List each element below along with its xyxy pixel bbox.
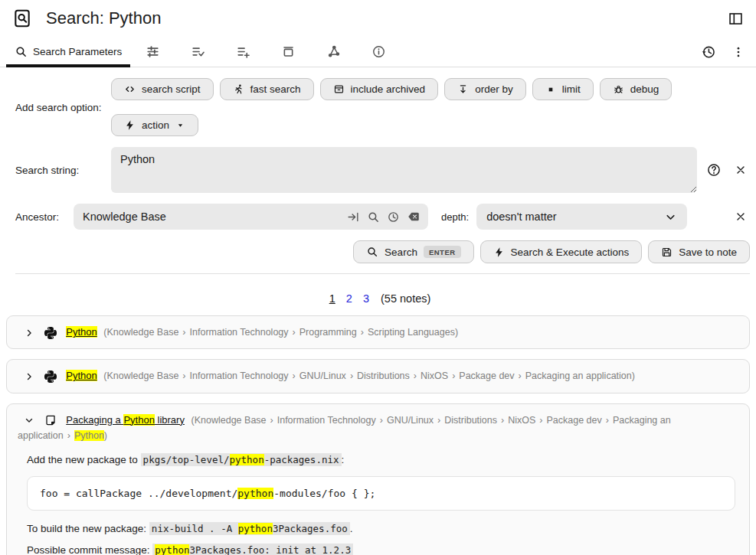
split-panel-icon <box>728 11 744 27</box>
note-icon <box>44 414 57 426</box>
lightning-bolt-icon <box>493 246 505 258</box>
tab-inherited-attributes[interactable] <box>221 37 266 67</box>
search-icon[interactable] <box>367 211 380 224</box>
pagination: 1 2 3 (55 notes) <box>0 292 756 305</box>
search-button[interactable]: Search ENTER <box>353 240 473 263</box>
archive-box-icon <box>333 83 345 95</box>
page-2-link[interactable]: 2 <box>346 292 352 305</box>
breadcrumb-highlight: Python <box>74 430 104 441</box>
tab-note-map[interactable] <box>311 37 356 67</box>
breadcrumb-separator: › <box>539 415 542 426</box>
result-content-preview: Add the new package to pkgs/top-level/py… <box>27 454 735 555</box>
runner-icon <box>233 83 244 95</box>
tab-owned-attributes[interactable] <box>175 37 221 67</box>
breadcrumb-separator: › <box>519 371 522 381</box>
breadcrumb-separator: › <box>606 415 609 426</box>
breadcrumb-separator: › <box>270 415 273 426</box>
page-1-current[interactable]: 1 <box>329 292 335 305</box>
ancestor-label: Ancestor: <box>15 211 74 223</box>
debug-button[interactable]: debug <box>600 78 673 100</box>
filled-square-icon <box>545 84 556 95</box>
tab-search-parameters[interactable]: Search Parameters <box>6 37 130 67</box>
python-logo-icon <box>44 371 57 383</box>
breadcrumb-separator: › <box>452 371 455 381</box>
breadcrumb: (Knowledge Base›Information Technology›P… <box>103 327 458 338</box>
tab-note-paths[interactable] <box>266 37 311 67</box>
title-bar: Search: Python <box>0 0 756 37</box>
search-actions-row: Search ENTER Search & Execute actions Sa… <box>15 240 750 263</box>
depth-selected-value: doesn't matter <box>486 211 556 223</box>
toggle-right-panel-button[interactable] <box>728 11 744 27</box>
include-archived-button[interactable]: include archived <box>320 78 439 100</box>
lightning-bolt-icon <box>124 119 136 131</box>
saved-search-note-icon <box>12 8 32 28</box>
result-count: (55 notes) <box>381 292 430 305</box>
search-parameters-panel: Add search option: search script fast se… <box>0 67 756 282</box>
search-icon <box>15 45 28 58</box>
revisions-history-icon[interactable] <box>701 44 716 60</box>
order-by-button[interactable]: order by <box>444 78 526 100</box>
action-dropdown-button[interactable]: action <box>111 114 198 136</box>
arrow-down-to-bar-icon <box>457 83 469 95</box>
result-title-link[interactable]: Python <box>66 326 97 338</box>
fast-search-button[interactable]: fast search <box>220 78 314 100</box>
tab-basic-properties[interactable] <box>130 37 175 67</box>
recent-notes-clock-icon[interactable] <box>387 211 400 224</box>
code-block: foo = callPackage ../development/python-… <box>27 476 735 511</box>
info-circle-icon <box>371 44 386 59</box>
params-results-divider <box>15 273 750 274</box>
breadcrumb-separator: › <box>67 430 70 441</box>
ancestor-input[interactable] <box>74 211 347 223</box>
breadcrumb-separator: › <box>380 415 383 426</box>
search-and-execute-button[interactable]: Search & Execute actions <box>480 240 643 263</box>
search-string-input[interactable]: Python <box>111 147 697 193</box>
search-results: 1 2 3 (55 notes) Python (Knowledge Base›… <box>0 282 756 555</box>
jump-to-note-icon[interactable] <box>347 211 360 224</box>
help-icon[interactable] <box>706 162 722 178</box>
depth-select[interactable]: doesn't matter <box>476 204 687 230</box>
breadcrumb-separator: › <box>437 415 440 426</box>
page-3-link[interactable]: 3 <box>363 292 369 305</box>
caret-down-icon <box>175 120 185 130</box>
content-line: To build the new package: nix-build . -A… <box>27 523 735 534</box>
expand-chevron-right-icon[interactable] <box>24 328 34 338</box>
clear-backspace-icon[interactable] <box>407 210 421 224</box>
remove-search-string-icon[interactable] <box>735 164 747 176</box>
breadcrumb-separator: › <box>293 371 296 381</box>
depth-label: depth: <box>441 211 469 223</box>
chevron-down-icon <box>664 211 677 224</box>
tune-sliders-icon <box>146 44 160 59</box>
search-string-label: Search string: <box>15 165 111 176</box>
tab-note-info[interactable] <box>356 37 401 67</box>
network-graph-icon <box>326 44 341 59</box>
list-plus-icon <box>236 44 250 59</box>
result-title-link[interactable]: Python <box>66 370 97 381</box>
result-title-link[interactable]: Packaging a Python library <box>66 414 185 426</box>
collapse-chevron-down-icon[interactable] <box>24 415 34 426</box>
search-string-row: Search string: Python <box>15 147 750 193</box>
ancestor-row: Ancestor: depth: doesn't matter <box>15 204 750 230</box>
search-result-card-expanded: Packaging a Python library (Knowledge Ba… <box>6 403 750 555</box>
tab-label: Search Parameters <box>33 46 122 57</box>
add-search-option-label: Add search option: <box>15 102 111 113</box>
breadcrumb-separator: › <box>182 371 185 381</box>
note-title: Search: Python <box>46 8 161 28</box>
breadcrumb-separator: › <box>501 415 504 426</box>
python-logo-icon <box>44 327 57 339</box>
limit-button[interactable]: limit <box>532 78 594 100</box>
search-result-card: Python (Knowledge Base›Information Techn… <box>6 359 750 393</box>
breadcrumb: (Knowledge Base›Information Technology›G… <box>103 371 635 381</box>
content-line: Add the new package to pkgs/top-level/py… <box>27 454 735 465</box>
expand-chevron-right-icon[interactable] <box>24 371 34 382</box>
archive-box-icon <box>281 44 296 59</box>
kebab-menu-icon[interactable] <box>731 45 745 59</box>
save-to-note-button[interactable]: Save to note <box>648 240 750 263</box>
search-option-buttons: search script fast search include archiv… <box>111 78 724 136</box>
save-floppy-icon <box>661 246 673 258</box>
ribbon-tab-bar: Search Parameters <box>0 37 756 67</box>
search-script-button[interactable]: search script <box>111 78 214 100</box>
breadcrumb-separator: › <box>414 371 417 381</box>
breadcrumb-separator: › <box>182 327 185 338</box>
remove-ancestor-icon[interactable] <box>735 211 747 223</box>
bug-icon <box>613 83 624 95</box>
